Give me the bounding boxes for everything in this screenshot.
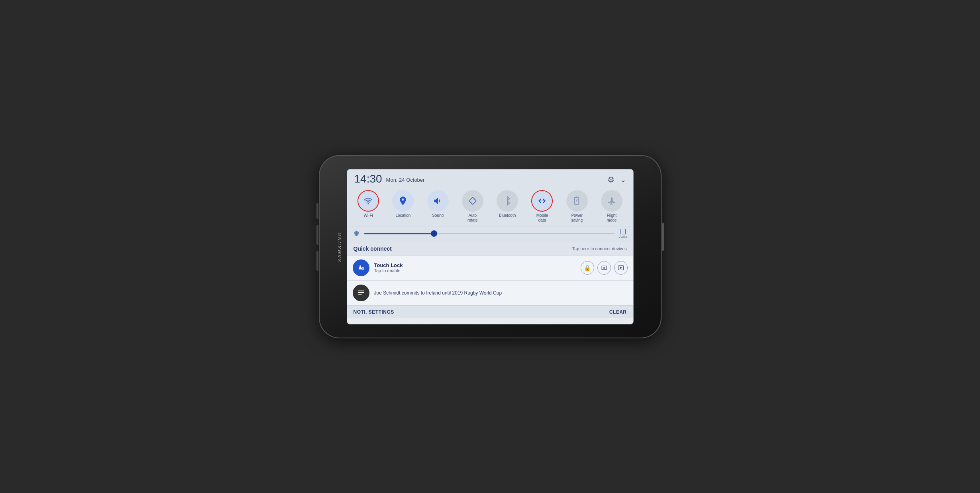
quick-connect-title: Quick connect — [354, 246, 392, 252]
autorotate-circle — [462, 190, 483, 212]
status-date: Mon, 24 October — [386, 177, 425, 185]
autorotate-label: Autorotate — [467, 213, 478, 223]
powersaving-icon: ♻ — [572, 196, 582, 206]
toggle-autorotate[interactable]: Autorotate — [458, 190, 487, 223]
location-circle — [392, 190, 414, 212]
svg-text:♻: ♻ — [575, 199, 578, 202]
status-time: 14:30 — [354, 173, 382, 185]
phone-body: SAMSUNG 14:30 Mon, 24 October ⚙ ⌄ — [319, 155, 662, 338]
mobiledata-icon — [537, 196, 547, 206]
svg-point-7 — [362, 268, 363, 269]
wifi-label: Wi-Fi — [363, 213, 373, 218]
flightmode-circle — [601, 190, 623, 212]
mobiledata-label: Mobiledata — [536, 213, 548, 223]
toggle-sound[interactable]: Sound — [424, 190, 452, 218]
lock-action-button[interactable]: 🔒 — [581, 261, 594, 275]
status-icons: ⚙ ⌄ — [607, 175, 626, 185]
clear-button[interactable]: CLEAR — [609, 309, 627, 315]
touchlock-svg — [356, 263, 366, 273]
toggle-flightmode[interactable]: Flightmode — [597, 190, 626, 223]
quick-connect-row[interactable]: Quick connect Tap here to connect device… — [347, 242, 633, 255]
toggle-mobiledata[interactable]: Mobiledata — [528, 190, 556, 223]
sound-label: Sound — [432, 213, 444, 218]
noti-settings-button[interactable]: NOTI. SETTINGS — [354, 309, 394, 315]
svg-marker-11 — [620, 267, 623, 269]
video-action-button[interactable] — [614, 261, 628, 275]
flightmode-label: Flightmode — [607, 213, 617, 223]
location-label: Location — [395, 213, 410, 218]
notifications-area: Touch Lock Tap to enable 🔒 — [347, 255, 633, 306]
quick-toggles-row: Wi-Fi Location Sound — [347, 187, 633, 226]
touchlock-subtitle: Tap to enable — [374, 268, 576, 273]
volume-up-button[interactable] — [316, 203, 318, 219]
toggle-bluetooth[interactable]: Bluetooth — [493, 190, 522, 218]
phone-screen: 14:30 Mon, 24 October ⚙ ⌄ — [347, 169, 634, 324]
sound-icon — [433, 196, 443, 206]
wifi-circle — [357, 190, 379, 212]
touchlock-content: Touch Lock Tap to enable — [374, 262, 576, 273]
svg-rect-3 — [575, 196, 577, 197]
flightmode-icon — [607, 196, 617, 206]
news-content: Joe Schmidt commits to Ireland until 201… — [374, 290, 628, 296]
bluetooth-circle — [497, 190, 518, 212]
status-bar: 14:30 Mon, 24 October ⚙ ⌄ — [347, 169, 633, 187]
brand-label: SAMSUNG — [337, 231, 342, 262]
volume-down-button[interactable] — [316, 225, 318, 245]
mobiledata-circle — [531, 190, 553, 212]
sound-circle — [427, 190, 449, 212]
news-icon — [353, 285, 369, 301]
touchlock-title: Touch Lock — [374, 262, 576, 268]
svg-rect-12 — [358, 291, 364, 291]
toggle-powersaving[interactable]: ♻ Powersaving — [563, 190, 591, 223]
home-button-side[interactable] — [316, 251, 318, 271]
collapse-icon[interactable]: ⌄ — [620, 175, 626, 184]
svg-rect-14 — [358, 294, 362, 295]
video-play-icon — [618, 265, 624, 271]
powersaving-circle: ♻ — [566, 190, 588, 212]
auto-label: Auto — [619, 235, 627, 239]
power-button[interactable] — [662, 223, 664, 251]
autorotate-icon — [467, 196, 478, 206]
toggle-location[interactable]: Location — [389, 190, 417, 218]
brightness-icon: ✺ — [354, 229, 359, 238]
tap-connect-text: Tap here to connect devices — [572, 246, 627, 251]
brightness-row: ✺ Auto — [347, 226, 633, 242]
news-svg — [356, 288, 366, 298]
settings-icon[interactable]: ⚙ — [607, 175, 615, 185]
screen-lock-action-button[interactable] — [597, 261, 611, 275]
toggle-wifi[interactable]: Wi-Fi — [354, 190, 383, 218]
svg-rect-0 — [469, 197, 476, 204]
bluetooth-label: Bluetooth — [499, 213, 516, 218]
touchlock-icon — [353, 259, 369, 276]
brightness-thumb[interactable] — [431, 230, 437, 237]
location-icon — [398, 196, 408, 206]
bottom-bar: NOTI. SETTINGS CLEAR — [347, 306, 633, 318]
powersaving-label: Powersaving — [571, 213, 583, 223]
news-text: Joe Schmidt commits to Ireland until 201… — [374, 290, 628, 296]
notification-news[interactable]: Joe Schmidt commits to Ireland until 201… — [347, 281, 633, 306]
notification-touchlock[interactable]: Touch Lock Tap to enable 🔒 — [347, 255, 633, 281]
touchlock-actions: 🔒 — [581, 261, 628, 275]
brightness-slider[interactable] — [364, 233, 615, 234]
screen-lock-icon — [601, 265, 607, 271]
brightness-fill — [364, 233, 434, 234]
svg-rect-13 — [358, 292, 364, 293]
wifi-icon — [363, 196, 373, 206]
brightness-auto[interactable]: Auto — [619, 229, 627, 239]
bluetooth-icon — [502, 196, 513, 206]
auto-checkbox[interactable] — [620, 229, 626, 234]
svg-point-5 — [359, 265, 361, 267]
